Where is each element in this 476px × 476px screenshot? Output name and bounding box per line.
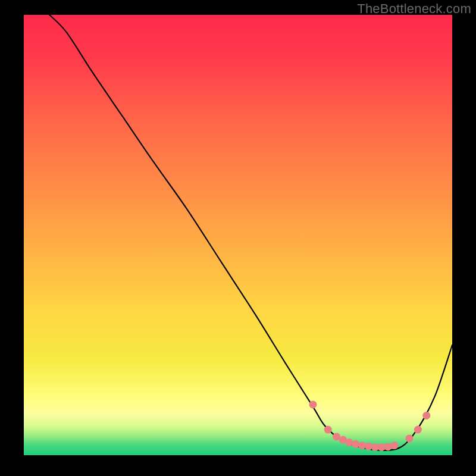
marker-dot [384,443,392,450]
bottleneck-chart [0,0,476,476]
marker-dot [352,440,360,448]
marker-dot [309,400,317,408]
marker-dot [422,412,430,419]
gradient-background [24,15,452,455]
marker-dot [390,441,398,449]
watermark-text: TheBottleneck.com [357,1,471,17]
marker-dot [324,426,332,434]
marker-dot [414,426,422,434]
chart-container: TheBottleneck.com [0,0,476,476]
marker-dot [406,434,414,442]
